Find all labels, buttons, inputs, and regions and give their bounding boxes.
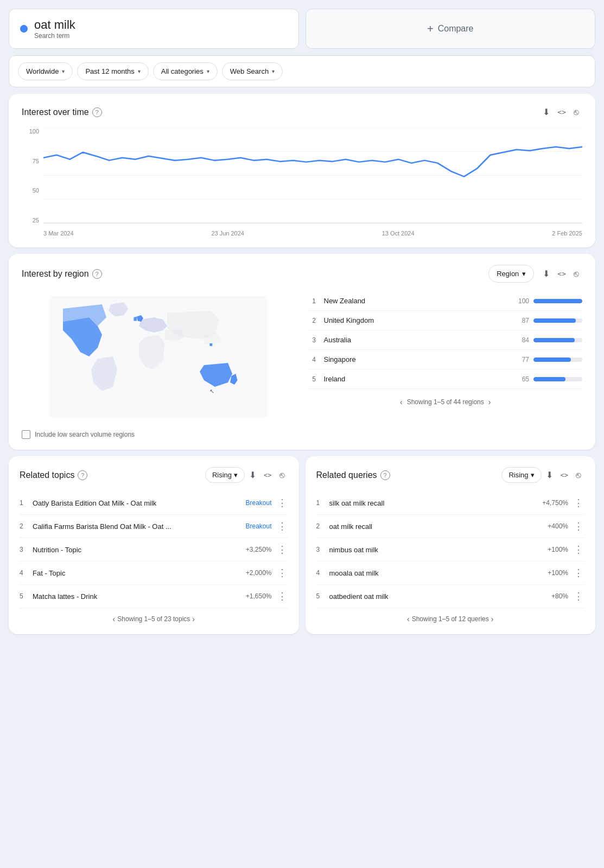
topic-item: 2 Califia Farms Barista Blend Oat Milk -… bbox=[20, 515, 288, 538]
region-item: 4 Singapore 77 bbox=[309, 350, 583, 369]
next-page-button[interactable]: › bbox=[486, 395, 493, 409]
interest-over-time-card: Interest over time ? ⬇ <> ⎋ 100 75 50 25 bbox=[9, 94, 595, 247]
item-name: silk oat milk recall bbox=[329, 499, 538, 507]
prev-page-button[interactable]: ‹ bbox=[398, 395, 405, 409]
more-button[interactable]: ⋮ bbox=[573, 545, 584, 554]
topics-sort-label: Rising bbox=[212, 471, 232, 479]
more-button[interactable]: ⋮ bbox=[276, 591, 288, 601]
region-name: Singapore bbox=[324, 355, 510, 363]
region-share-button[interactable]: ⎋ bbox=[570, 267, 582, 281]
item-rank: 5 bbox=[20, 592, 28, 600]
region-bar-container bbox=[533, 338, 582, 342]
filter-time[interactable]: Past 12 months ▾ bbox=[77, 62, 148, 80]
section-header: Interest over time ? ⬇ <> ⎋ bbox=[22, 105, 582, 119]
region-name: Australia bbox=[324, 336, 510, 344]
topics-download-button[interactable]: ⬇ bbox=[246, 468, 259, 482]
interest-by-region-card: Interest by region ? Region ▾ ⬇ <> ⎋ bbox=[9, 254, 595, 450]
region-download-button[interactable]: ⬇ bbox=[539, 266, 553, 281]
query-item: 1 silk oat milk recall +4,750% ⋮ bbox=[316, 492, 585, 515]
icon-group: ⬇ <> ⎋ bbox=[539, 105, 582, 119]
filter-search-type[interactable]: Web Search ▾ bbox=[222, 62, 283, 80]
query-item: 3 nimbus oat milk +100% ⋮ bbox=[316, 538, 585, 561]
queries-share-button[interactable]: ⎋ bbox=[573, 468, 584, 482]
item-name: oat milk recall bbox=[329, 522, 544, 531]
related-topics-panel: Related topics ? Rising ▾ ⬇ <> ⎋ 1 Oatly… bbox=[9, 456, 299, 634]
queries-sort-button[interactable]: Rising ▾ bbox=[501, 467, 541, 483]
item-value: +100% bbox=[548, 569, 568, 577]
line-chart-svg bbox=[43, 128, 582, 223]
region-rank: 3 bbox=[309, 336, 320, 344]
region-pagination: ‹ Showing 1–5 of 44 regions › bbox=[309, 395, 583, 409]
world-map-svg: ↖ bbox=[50, 296, 267, 417]
region-rank: 5 bbox=[309, 375, 320, 383]
region-rank: 4 bbox=[309, 356, 320, 363]
topic-item: 1 Oatly Barista Edition Oat Milk - Oat m… bbox=[20, 492, 288, 515]
topics-embed-button[interactable]: <> bbox=[260, 469, 275, 481]
filter-time-label: Past 12 months bbox=[85, 67, 134, 75]
x-axis-labels: 3 Mar 2024 23 Jun 2024 13 Oct 2024 2 Feb… bbox=[43, 230, 582, 237]
more-button[interactable]: ⋮ bbox=[276, 521, 288, 531]
region-name: New Zealand bbox=[324, 297, 510, 305]
topics-icon-group: Rising ▾ ⬇ <> ⎋ bbox=[205, 467, 288, 483]
next-queries-button[interactable]: › bbox=[491, 615, 494, 623]
queries-embed-button[interactable]: <> bbox=[557, 469, 571, 481]
help-icon[interactable]: ? bbox=[380, 470, 390, 480]
region-score: 77 bbox=[514, 356, 529, 363]
filter-worldwide[interactable]: Worldwide ▾ bbox=[18, 62, 73, 80]
pagination-label: Showing 1–5 of 44 regions bbox=[407, 398, 484, 406]
queries-download-button[interactable]: ⬇ bbox=[543, 468, 556, 482]
help-icon[interactable]: ? bbox=[92, 269, 102, 279]
embed-button[interactable]: <> bbox=[554, 106, 569, 118]
queries-pagination: ‹ Showing 1–5 of 12 queries › bbox=[316, 615, 585, 623]
more-button[interactable]: ⋮ bbox=[573, 498, 584, 508]
topics-title-text: Related topics bbox=[20, 470, 74, 480]
prev-topics-button[interactable]: ‹ bbox=[113, 615, 116, 623]
item-value: Breakout bbox=[245, 522, 271, 530]
region-item: 2 United Kingdom 87 bbox=[309, 311, 583, 330]
region-bar bbox=[533, 358, 571, 362]
x-label-2: 23 Jun 2024 bbox=[211, 230, 244, 237]
topic-item: 4 Fat - Topic +2,000% ⋮ bbox=[20, 561, 288, 585]
item-name: Matcha lattes - Drink bbox=[33, 592, 241, 601]
download-button[interactable]: ⬇ bbox=[539, 105, 553, 119]
more-button[interactable]: ⋮ bbox=[276, 568, 288, 578]
region-dropdown[interactable]: Region ▾ bbox=[488, 265, 534, 283]
chart-container: 100 75 50 25 3 Mar 2 bbox=[22, 128, 582, 237]
filter-categories[interactable]: All categories ▾ bbox=[153, 62, 218, 80]
chevron-down-icon: ▾ bbox=[62, 68, 65, 74]
search-term-card: oat milk Search term bbox=[9, 9, 299, 49]
help-icon[interactable]: ? bbox=[92, 107, 102, 117]
chevron-down-icon: ▾ bbox=[522, 270, 526, 278]
share-button[interactable]: ⎋ bbox=[570, 105, 582, 119]
filter-bar: Worldwide ▾ Past 12 months ▾ All categor… bbox=[9, 55, 595, 87]
topics-share-button[interactable]: ⎋ bbox=[276, 468, 288, 482]
region-embed-button[interactable]: <> bbox=[554, 267, 569, 280]
compare-button[interactable]: + Compare bbox=[306, 9, 596, 49]
item-rank: 3 bbox=[316, 546, 325, 553]
prev-queries-button[interactable]: ‹ bbox=[407, 615, 410, 623]
more-button[interactable]: ⋮ bbox=[276, 545, 288, 554]
y-label-75: 75 bbox=[22, 158, 39, 164]
item-rank: 2 bbox=[316, 522, 325, 530]
region-bar-container bbox=[533, 358, 582, 362]
item-value: +80% bbox=[551, 592, 568, 600]
related-panels: Related topics ? Rising ▾ ⬇ <> ⎋ 1 Oatly… bbox=[9, 456, 595, 634]
query-item: 5 oatbedient oat milk +80% ⋮ bbox=[316, 585, 585, 608]
region-score: 87 bbox=[514, 317, 529, 324]
region-bar bbox=[533, 377, 565, 381]
low-volume-checkbox[interactable] bbox=[22, 430, 30, 439]
more-button[interactable]: ⋮ bbox=[573, 568, 584, 578]
item-name: nimbus oat milk bbox=[329, 546, 544, 554]
more-button[interactable]: ⋮ bbox=[276, 498, 288, 508]
help-icon[interactable]: ? bbox=[78, 470, 87, 480]
topics-sort-button[interactable]: Rising ▾ bbox=[205, 467, 245, 483]
query-item: 4 mooala oat milk +100% ⋮ bbox=[316, 561, 585, 585]
interest-over-time-title: Interest over time bbox=[22, 107, 89, 117]
item-name: Nutrition - Topic bbox=[33, 546, 241, 554]
item-value: +3,250% bbox=[246, 546, 272, 553]
topic-item: 3 Nutrition - Topic +3,250% ⋮ bbox=[20, 538, 288, 561]
more-button[interactable]: ⋮ bbox=[573, 591, 584, 601]
item-name: Fat - Topic bbox=[33, 569, 241, 577]
next-topics-button[interactable]: › bbox=[192, 615, 195, 623]
more-button[interactable]: ⋮ bbox=[573, 521, 584, 531]
